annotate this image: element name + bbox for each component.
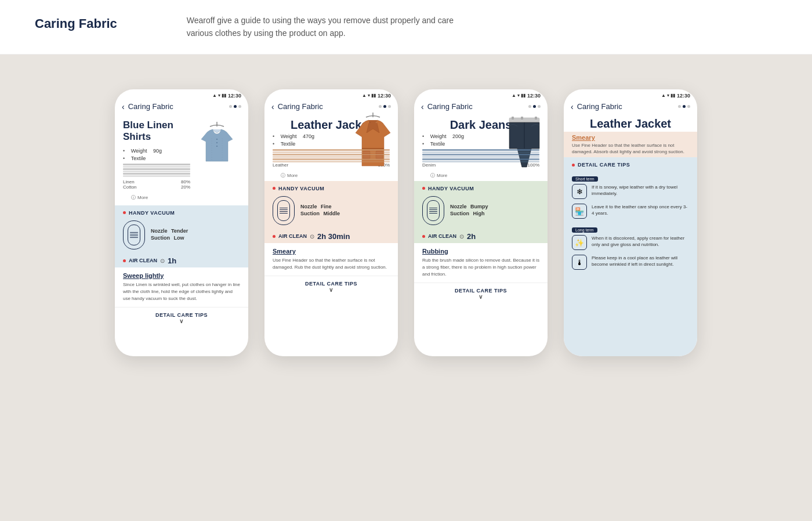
status-time-2: 12:30 [378, 93, 391, 99]
app-header-1: ‹ Caring Fabric [115, 100, 248, 115]
wifi-icon: ▾ [218, 93, 220, 98]
pagination-dots-3 [528, 105, 541, 108]
short-term-badge: Short term [572, 172, 689, 184]
textile-detail-1: • Textile [123, 155, 190, 161]
air-clean-label-1: AIR CLEAN [129, 258, 157, 263]
battery-icon-2: ▮▮ [371, 93, 376, 98]
status-time-3: 12:30 [527, 93, 541, 99]
tip-item-3: ✨ When it is discolored, apply cream for… [572, 235, 689, 250]
weight-detail-1: • Weight 90g [123, 148, 190, 154]
tip-icon-1: ❄ [572, 184, 587, 199]
garment-info-1: Blue Linen Shirts • Weight 90g • Textile [123, 120, 190, 203]
back-button-3[interactable]: ‹ [421, 102, 424, 111]
tip-item-2: 🏪 Leave it to the leather care shop once… [572, 204, 689, 219]
app-title-1: Caring Fabric [128, 102, 173, 111]
detail-care-bar-2[interactable]: DETAIL CARE TIPS ∨ [264, 276, 398, 298]
tip-text-2: Leave it to the leather care shop once e… [592, 204, 689, 216]
phones-container: ▲ ▾ ▮▮ 12:30 ‹ Caring Fabric Blue Linen … [0, 55, 812, 391]
app-header-4: ‹ Caring Fabric [564, 100, 697, 115]
cream-icon: ✨ [575, 238, 584, 247]
app-header-3: ‹ Caring Fabric [414, 100, 548, 115]
garment-section-3: Dark Jeans [414, 115, 548, 132]
method-block-2: Smeary Use Fine Header so that the leath… [264, 243, 398, 276]
battery-icon-4: ▮▮ [670, 93, 675, 98]
pagination-dots-2 [379, 105, 391, 108]
header-description: Wearoff give a guide to using the ways y… [187, 14, 465, 40]
garment-image-3 [505, 115, 544, 175]
vacuum-label-1: HANDY VACUUM [123, 210, 240, 216]
linen-stripes [123, 164, 190, 177]
detail-care-bar-1[interactable]: DETAIL CARE TIPS ∨ [115, 307, 248, 329]
vacuum-section-1: HANDY VACUUM Nozzle [115, 205, 248, 254]
dot-1 [229, 105, 232, 108]
status-time-1: 12:30 [228, 93, 241, 99]
tips-arrow-3: ∨ [419, 294, 543, 300]
vacuum-row-1: Nozzle Tender Suction Low [123, 220, 240, 249]
svg-rect-12 [521, 117, 523, 120]
signal-icon-4: ▲ [661, 93, 666, 98]
vacuum-section-3: HANDY VACUUM Nozzle Bumpy Sucti [414, 181, 548, 230]
more-icon-1: ⓘ [131, 194, 136, 201]
signal-icon-2: ▲ [362, 93, 367, 98]
back-button-1[interactable]: ‹ [122, 102, 125, 111]
status-bar-4: ▲ ▾ ▮▮ 12:30 [564, 89, 697, 100]
back-button-4[interactable]: ‹ [571, 102, 574, 111]
more-link-1[interactable]: ⓘ More [123, 192, 190, 203]
air-clean-section-3: AIR CLEAN ⊙ 2h [414, 230, 548, 243]
air-clean-section-2: AIR CLEAN ⊙ 2h 30min [264, 230, 398, 243]
battery-icon: ▮▮ [222, 93, 226, 98]
shirt-svg [195, 121, 239, 170]
phone-1: ▲ ▾ ▮▮ 12:30 ‹ Caring Fabric Blue Linen … [115, 89, 248, 356]
garment-section-1: Blue Linen Shirts • Weight 90g • Textile [115, 115, 248, 205]
tip-item-4: 🌡 Please keep in a cool place as leather… [572, 255, 689, 270]
dot-2 [234, 105, 237, 108]
tip-text-1: If it is snowy, wipe leather with a dry … [592, 184, 689, 197]
app-title-4: Caring Fabric [577, 102, 622, 111]
signal-icon-3: ▲ [512, 93, 516, 98]
red-dot-air-1 [123, 259, 126, 262]
status-bar-3: ▲ ▾ ▮▮ 12:30 [414, 89, 548, 100]
header: Caring Fabric Wearoff give a guide to us… [0, 0, 812, 55]
more-icon-3: ⓘ [430, 172, 435, 179]
wifi-icon-4: ▾ [667, 93, 669, 98]
vacuum-icon-3 [422, 196, 444, 225]
tips-arrow-2: ∨ [269, 287, 393, 293]
detail-care-section-4: DETAIL CARE TIPS Short term ❄ If it is s… [564, 157, 697, 356]
vacuum-section-2: HANDY VACUUM Nozzle Fine Suctio [264, 181, 398, 230]
wifi-icon-2: ▾ [368, 93, 370, 98]
svg-point-1 [216, 139, 217, 140]
dot-3 [238, 105, 241, 108]
vacuum-icon-1 [123, 220, 145, 249]
detail-care-bar-3[interactable]: DETAIL CARE TIPS ∨ [414, 283, 548, 305]
status-bar-2: ▲ ▾ ▮▮ 12:30 [264, 89, 398, 100]
phone-2: ▲ ▾ ▮▮ 12:30 ‹ Caring Fabric Leather Jac… [264, 89, 398, 356]
svg-rect-13 [535, 117, 537, 120]
svg-point-2 [216, 142, 217, 143]
method-desc-1: Since Linen is wrinkled well, put clothe… [123, 281, 240, 302]
app-title-2: Caring Fabric [278, 102, 323, 111]
garment-name-section-4: Leather Jacket [564, 115, 697, 132]
phone-4: ▲ ▾ ▮▮ 12:30 ‹ Caring Fabric Leather Jac… [564, 89, 697, 356]
method-title-1: Sweep lightly [123, 272, 240, 279]
textile-labels-1: Linen80% Cotton20% [123, 179, 190, 190]
page-title: Caring Fabric [35, 16, 117, 31]
back-button-2[interactable]: ‹ [271, 102, 274, 111]
garment-section-2: Leather Jacket [264, 115, 398, 132]
svg-point-3 [216, 146, 217, 147]
garment-name-4: Leather Jacket [572, 117, 689, 131]
red-dot-1 [123, 211, 126, 214]
garment-name-1: Blue Linen Shirts [123, 120, 190, 143]
textile-pattern-1: Linen80% Cotton20% [123, 164, 190, 190]
vacuum-icon-2 [273, 196, 295, 225]
smeary-label: Smeary [572, 134, 689, 141]
svg-rect-11 [512, 117, 514, 120]
battery-icon-3: ▮▮ [521, 93, 525, 98]
snowflake-icon: ❄ [577, 187, 583, 196]
tip-icon-3: ✨ [572, 235, 587, 250]
smeary-desc: Use Fine Header so that the leather surf… [572, 142, 689, 155]
tip-text-3: When it is discolored, apply cream for l… [592, 235, 689, 248]
shop-icon: 🏪 [575, 207, 584, 216]
phone-3: ▲ ▾ ▮▮ 12:30 ‹ Caring Fabric Dark Jeans [414, 89, 548, 356]
vacuum-details-1: Nozzle Tender Suction Low [151, 228, 190, 242]
tip-item-1: ❄ If it is snowy, wipe leather with a dr… [572, 184, 689, 199]
